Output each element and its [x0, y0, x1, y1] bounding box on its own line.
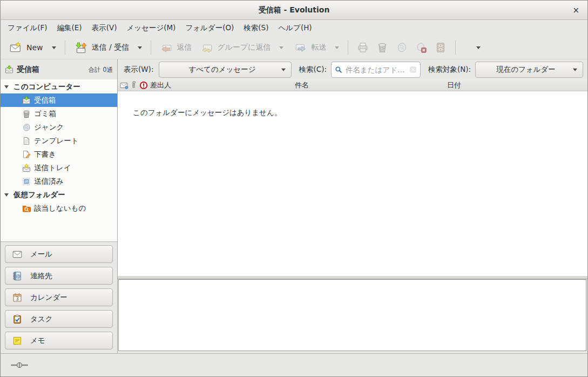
trash-icon — [22, 110, 31, 118]
message-list-header: 差出人 件名 日付 — [118, 79, 587, 91]
sidebar-item-unmatched[interactable]: 該当しないもの — [1, 201, 117, 215]
switcher-label: メール — [30, 250, 52, 259]
delete-button — [373, 39, 392, 56]
folder-label: 送信済み — [34, 177, 63, 186]
column-subject[interactable]: 件名 — [295, 80, 309, 90]
send-receive-label: 送信 / 受信 — [92, 43, 130, 52]
empty-folder-message: このフォルダーにメッセージはありません。 — [133, 108, 281, 118]
switcher-memos-button[interactable]: メモ — [5, 332, 113, 349]
junk-icon — [396, 42, 407, 53]
send-receive-button[interactable]: 送信 / 受信 — [70, 39, 134, 56]
inbox-icon — [5, 65, 13, 74]
menu-edit[interactable]: 編集(E) — [52, 21, 87, 36]
not-junk-icon — [416, 42, 427, 53]
tasks-icon — [12, 314, 22, 324]
switcher-label: メモ — [30, 336, 45, 346]
clear-search-icon[interactable] — [409, 66, 417, 73]
menu-view[interactable]: 表示(V) — [87, 21, 122, 36]
draft-icon — [22, 150, 31, 159]
window-title: 受信箱 - Evolution — [259, 5, 330, 15]
menu-folder[interactable]: フォルダー(O) — [180, 21, 239, 36]
close-icon[interactable]: × — [572, 6, 579, 14]
svg-text:@: @ — [16, 273, 21, 279]
search-entry[interactable] — [331, 62, 421, 78]
switcher-calendar-button[interactable]: 3 カレンダー — [5, 288, 113, 306]
reply-group-label: グループに返信 — [217, 43, 271, 52]
chevron-down-icon — [281, 69, 286, 71]
chevron-down-icon — [279, 46, 283, 49]
folder-label: 送信トレイ — [34, 163, 71, 173]
sidebar-item-sent[interactable]: 送信済み — [1, 174, 117, 188]
sidebar-item-inbox[interactable]: 受信箱 — [1, 93, 117, 107]
contacts-icon: @ — [12, 271, 22, 281]
menu-file[interactable]: ファイル(F) — [3, 21, 52, 36]
message-total-count: 合計 0通 — [89, 66, 113, 74]
sidebar-item-trash[interactable]: ゴミ箱 — [1, 107, 117, 120]
search-scope-dropdown[interactable]: 現在のフォルダー — [475, 62, 583, 78]
attachment-icon[interactable] — [130, 81, 138, 90]
show-filter-dropdown[interactable]: すべてのメッセージ — [159, 62, 292, 78]
new-button[interactable]: New — [5, 39, 48, 56]
folder-group-label: このコンピューター — [13, 82, 80, 92]
folder-label: ジャンク — [34, 123, 64, 132]
folder-group-search-folders[interactable]: 仮想フォルダー — [1, 188, 117, 201]
new-dropdown-button[interactable] — [48, 39, 60, 56]
menu-help[interactable]: ヘルプ(H) — [273, 21, 316, 36]
sidebar-item-outbox[interactable]: 送信トレイ — [1, 161, 117, 174]
reply-label: 返信 — [177, 43, 192, 52]
forward-button: 転送 — [290, 39, 331, 56]
menu-search[interactable]: 検索(S) — [239, 21, 273, 36]
switcher-label: タスク — [30, 314, 52, 324]
not-junk-button — [411, 39, 431, 56]
switcher-mail-button[interactable]: メール — [5, 245, 113, 263]
inbox-icon — [22, 96, 31, 105]
junk-icon — [22, 123, 31, 132]
sidebar-item-drafts[interactable]: 下書き — [1, 147, 117, 161]
switcher-label: 連絡先 — [30, 271, 52, 281]
chevron-down-icon — [335, 46, 339, 49]
show-filter-label: 表示(W): — [124, 65, 153, 75]
column-from[interactable]: 差出人 — [150, 80, 171, 90]
mail-icon — [12, 250, 22, 259]
message-status-icon[interactable] — [120, 81, 129, 90]
forward-dropdown-button — [331, 39, 343, 56]
sent-icon — [22, 177, 31, 186]
search-input[interactable] — [344, 65, 407, 75]
search-label: 検索(C): — [299, 65, 327, 75]
search-folder-icon — [22, 204, 31, 213]
expander-icon[interactable] — [4, 193, 9, 197]
send-receive-dropdown-button[interactable] — [134, 39, 146, 56]
reply-group-dropdown-button — [275, 39, 287, 56]
new-button-label: New — [26, 43, 43, 52]
expander-icon[interactable] — [4, 85, 9, 89]
chevron-down-icon — [476, 46, 481, 49]
title-bar: 受信箱 - Evolution × — [1, 1, 587, 20]
reply-button: 返信 — [156, 39, 197, 56]
reply-group-button: グループに返信 — [197, 39, 275, 56]
main-toolbar: New 送信 / 受信 返信 グループに返信 転送 — [1, 36, 587, 59]
main-area: このコンピューター 受信箱 ゴミ箱 ジャンク テンプレート — [1, 79, 587, 353]
current-folder-name: 受信箱 — [17, 65, 39, 75]
view-switcher: メール @ 連絡先 3 カレンダー タスク メモ — [1, 241, 117, 353]
menu-bar: ファイル(F) 編集(E) 表示(V) メッセージ(M) フォルダー(O) 検索… — [1, 20, 587, 36]
sidebar-item-templates[interactable]: テンプレート — [1, 134, 117, 147]
switcher-contacts-button[interactable]: @ 連絡先 — [5, 267, 113, 285]
search-scope-value: 現在のフォルダー — [496, 65, 556, 75]
search-scope-label: 検索対象(N): — [428, 65, 471, 75]
switcher-tasks-button[interactable]: タスク — [5, 310, 113, 328]
toolbar-separator — [455, 41, 456, 55]
folder-group-this-computer[interactable]: このコンピューター — [1, 80, 117, 93]
memo-icon — [12, 336, 22, 346]
preview-pane — [118, 279, 586, 351]
status-bar — [1, 353, 587, 376]
column-date[interactable]: 日付 — [447, 80, 461, 90]
important-flag-icon[interactable] — [139, 81, 148, 90]
filter-bar: 受信箱 合計 0通 表示(W): すべてのメッセージ 検索(C): 検索対象(N… — [1, 59, 587, 80]
folder-tree: このコンピューター 受信箱 ゴミ箱 ジャンク テンプレート — [1, 79, 117, 241]
menu-message[interactable]: メッセージ(M) — [121, 21, 180, 36]
toolbar-overflow-button[interactable] — [472, 39, 484, 56]
sidebar-item-junk[interactable]: ジャンク — [1, 120, 117, 134]
chevron-down-icon — [52, 46, 56, 49]
print-button — [353, 39, 373, 56]
online-status-icon[interactable] — [10, 361, 29, 369]
